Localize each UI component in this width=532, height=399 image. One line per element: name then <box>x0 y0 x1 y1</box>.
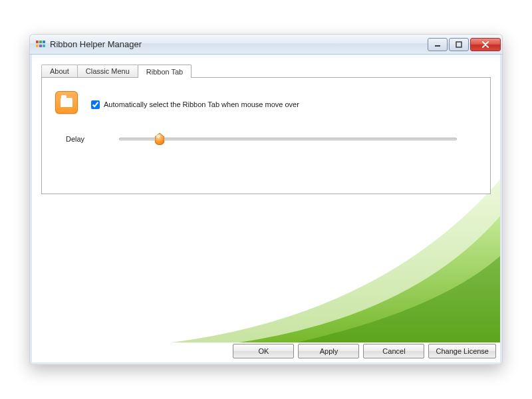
client-area: About Classic Menu Ribbon Tab Automatic <box>30 55 502 364</box>
slider-track <box>119 138 457 140</box>
window-controls <box>426 38 501 51</box>
close-button[interactable] <box>470 38 501 51</box>
content: About Classic Menu Ribbon Tab Automatic <box>32 55 500 342</box>
window: Ribbon Helper Manager <box>29 34 503 365</box>
delay-slider[interactable] <box>119 132 457 146</box>
tab-label: Classic Menu <box>86 67 130 75</box>
svg-rect-1 <box>39 41 42 43</box>
delay-row: Delay <box>55 132 477 146</box>
ok-button[interactable]: OK <box>233 344 294 358</box>
tab-about[interactable]: About <box>41 65 78 77</box>
slider-thumb[interactable] <box>155 133 164 145</box>
auto-select-checkbox-wrap: Automatically select the Ribbon Tab when… <box>91 100 299 109</box>
svg-rect-4 <box>39 45 42 47</box>
cancel-button[interactable]: Cancel <box>363 344 424 358</box>
app-icon <box>35 39 46 50</box>
minimize-button[interactable] <box>428 38 448 51</box>
tabstrip: About Classic Menu Ribbon Tab <box>41 63 491 77</box>
svg-point-8 <box>156 135 160 138</box>
tab-label: About <box>50 67 69 75</box>
titlebar[interactable]: Ribbon Helper Manager <box>30 35 502 55</box>
apply-button[interactable]: Apply <box>298 344 359 358</box>
tab-ribbon-tab[interactable]: Ribbon Tab <box>138 65 192 78</box>
svg-rect-7 <box>456 42 462 47</box>
tabpage-ribbon-tab: Automatically select the Ribbon Tab when… <box>41 77 491 194</box>
auto-select-row: Automatically select the Ribbon Tab when… <box>55 91 477 114</box>
tab-label: Ribbon Tab <box>146 68 183 76</box>
window-title: Ribbon Helper Manager <box>50 39 142 49</box>
maximize-button[interactable] <box>449 38 469 51</box>
button-bar: OK Apply Cancel Change License <box>32 342 500 362</box>
svg-rect-5 <box>43 45 45 47</box>
change-license-button[interactable]: Change License <box>428 344 496 358</box>
auto-select-label: Automatically select the Ribbon Tab when… <box>104 100 299 108</box>
svg-rect-2 <box>43 41 45 43</box>
svg-rect-6 <box>435 45 440 47</box>
folder-icon <box>55 91 78 114</box>
tab-classic-menu[interactable]: Classic Menu <box>77 65 138 77</box>
svg-rect-0 <box>36 41 39 43</box>
svg-rect-3 <box>36 45 39 47</box>
auto-select-checkbox[interactable] <box>91 100 100 109</box>
delay-label: Delay <box>66 135 119 143</box>
